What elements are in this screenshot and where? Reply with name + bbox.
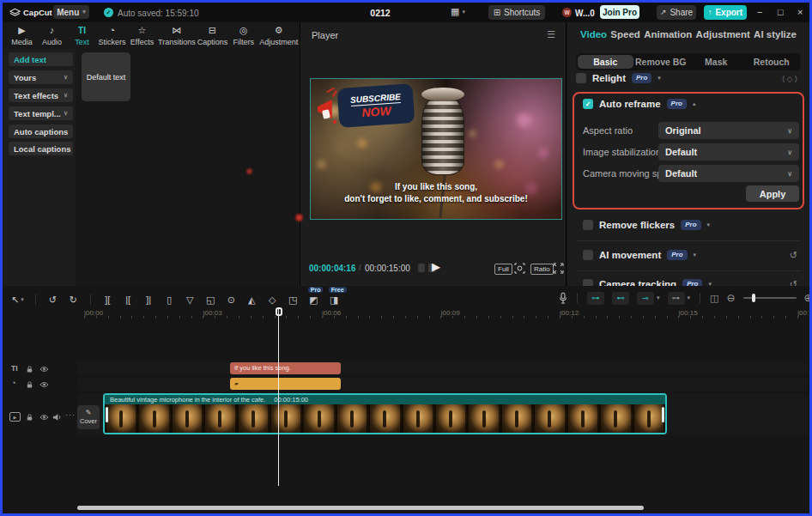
keyframe-controls[interactable]: ⟨◇⟩ [782,75,799,83]
auto-reframe-checkbox[interactable]: ✓ [583,99,593,109]
lock-icon[interactable] [26,380,33,389]
eye-icon[interactable] [39,366,49,373]
playhead-line[interactable] [278,309,279,486]
lock-icon[interactable] [26,365,33,373]
playhead-handle[interactable] [276,307,282,316]
delete-right-tool[interactable]: ]| [143,294,155,306]
zoom-in-icon[interactable]: ⊕ [804,293,812,303]
ai-movement-checkbox[interactable] [583,250,593,260]
eye-icon[interactable] [39,381,49,388]
undo-button[interactable]: ↺ [47,294,58,306]
sidebar-item-local-captions[interactable]: Local captions [9,142,73,155]
avatar[interactable]: W [562,8,572,17]
overlay-tool[interactable]: ◱ [205,294,216,306]
tab-video[interactable]: Video [580,29,607,39]
aspect-ratio-select[interactable]: Original∨ [658,122,799,139]
redo-button[interactable]: ↻ [68,294,79,306]
chevron-down-icon[interactable]: ▾ [694,252,697,258]
sidebar-item-yours[interactable]: Yours∨ [9,70,73,84]
media-tab-adjustment[interactable]: ⚙Adjustment [259,26,298,46]
time-ruler[interactable]: |00:00|00:03|00:06|00:09|00:12|00:15|00:… [3,308,809,322]
zoom-slider-handle[interactable] [752,294,755,302]
timeline-zoom-slider[interactable] [743,294,797,302]
text-clip[interactable]: If you like this song. [230,362,341,374]
tab-speed[interactable]: Speed [610,29,640,39]
chevron-up-icon[interactable]: ▴ [693,100,696,107]
split-tool[interactable]: ][ [102,294,113,306]
more-options-icon[interactable]: ··· [65,410,76,419]
chevron-down-icon[interactable]: ▾ [707,222,711,228]
sticker-clip[interactable]: ▰ [230,378,341,390]
focus-zoom-icon[interactable] [514,263,525,274]
mask-tool[interactable]: ▽ [185,294,196,306]
export-button[interactable]: ↑Export [704,5,747,20]
extract-frames-tool[interactable]: ◨Free [329,294,340,306]
chevron-down-icon[interactable]: ▾ [688,294,691,301]
video-clip[interactable]: Beautiful vintage microphone in the inte… [103,393,667,434]
chevron-down-icon[interactable]: ▾ [657,75,661,82]
tab-ai-stylize[interactable]: AI stylize [754,29,797,39]
subtab-remove-bg[interactable]: Remove BG [633,55,689,69]
expand-icon[interactable] [553,263,564,274]
chevron-down-icon[interactable]: ▾ [657,294,660,301]
shortcuts-button[interactable]: ⊞Shortcuts [488,5,545,20]
zoom-out-icon[interactable]: ⊖ [726,293,735,303]
clip-trim-handle-right[interactable] [662,407,664,422]
crop-tool[interactable]: ◳ [288,294,299,306]
join-pro-button[interactable]: Join Pro [600,5,639,19]
account-label[interactable]: W...0 [575,9,595,18]
media-tab-text[interactable]: TIText [68,27,96,46]
rotate-tool[interactable]: ◇ [267,294,278,306]
eye-icon[interactable] [39,414,49,421]
camera-tracking-checkbox[interactable] [583,279,593,286]
media-tab-transitions[interactable]: ⋈Transitions [158,26,196,46]
media-tab-media[interactable]: ▶Media [8,26,36,46]
apply-button[interactable]: Apply [746,185,799,202]
remove-flickers-checkbox[interactable] [583,220,593,230]
menu-button[interactable]: Menu▾ [53,5,89,19]
mirror-tool[interactable]: ◭ [246,294,258,306]
speed-tool[interactable]: ⊙ [226,294,237,306]
snap-toggle[interactable]: ⊶ [587,292,604,305]
timeline-scrollbar[interactable] [77,506,644,510]
layout-switch-button[interactable]: ▦▾ [451,7,465,16]
clip-trim-handle-left[interactable] [106,407,108,422]
subtab-retouch[interactable]: Retouch [744,55,800,69]
image-stabilization-select[interactable]: Default∨ [658,143,799,161]
subtab-basic[interactable]: Basic [578,55,633,69]
auto-cutout-tool[interactable]: ◩Pro [308,294,319,306]
reset-icon[interactable]: ↺ [790,250,797,261]
lock-icon[interactable] [26,413,33,422]
track-options-toggle[interactable]: ⊶ [668,292,685,305]
full-screen-button[interactable]: Full [494,264,512,275]
reset-icon[interactable]: ↺ [790,279,797,286]
select-tool[interactable]: ↖▾ [11,294,24,306]
tab-adjustment[interactable]: Adjustment [696,29,750,39]
preview-quality-icon[interactable]: ◫ [710,294,718,303]
sidebar-item-auto-captions[interactable]: Auto captions [9,124,73,138]
player-menu-icon[interactable]: ☰ [547,29,555,40]
sidebar-item-text-effects[interactable]: Text effects∨ [9,88,73,102]
delete-left-tool[interactable]: |[ [123,294,134,306]
voiceover-mic-icon[interactable] [559,292,567,304]
video-preview[interactable]: SUBSCRIBE NOW If you like this song, don… [310,78,562,220]
preview-axis-toggle[interactable]: ⊸ [637,292,654,305]
tab-animation[interactable]: Animation [644,29,692,39]
maximize-button[interactable]: □ [778,7,784,17]
default-text-card[interactable]: Default text [82,52,130,101]
subtab-mask[interactable]: Mask [688,55,744,69]
media-tab-stickers[interactable]: ◔Stickers [98,26,126,46]
relight-checkbox[interactable] [576,73,586,83]
camera-moving-speed-select[interactable]: Default∨ [658,165,799,182]
cover-button[interactable]: ✎ Cover [77,405,100,429]
speaker-icon[interactable] [52,413,62,422]
sidebar-item-add-text[interactable]: Add text [9,52,73,66]
media-tab-audio[interactable]: ♪Audio [38,26,66,46]
close-button[interactable]: × [797,7,803,17]
sidebar-item-text-templ[interactable]: Text templ...∨ [9,106,73,120]
share-button[interactable]: ↗Share [657,5,696,20]
delete-tool[interactable]: ▯ [164,294,175,306]
media-tab-effects[interactable]: ☆Effects [128,26,156,46]
minimize-button[interactable]: − [757,7,762,17]
link-clips-toggle[interactable]: ⊷ [612,292,629,305]
